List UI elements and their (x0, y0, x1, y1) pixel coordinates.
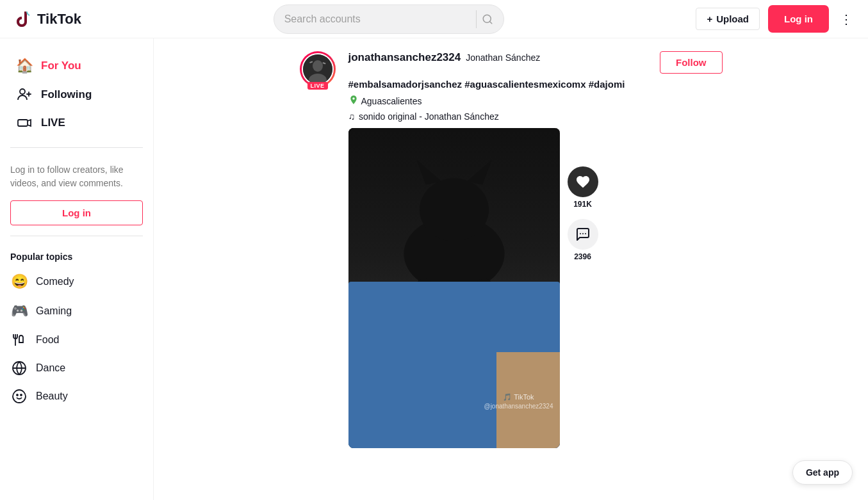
svg-point-14 (419, 179, 488, 241)
topic-comedy[interactable]: 😄 Comedy (0, 267, 153, 296)
search-input[interactable] (284, 13, 471, 25)
svg-point-9 (313, 60, 323, 72)
dance-icon (10, 360, 28, 376)
post-display-name: Jonathan Sánchez (466, 52, 540, 63)
sidebar-divider-2 (10, 236, 143, 236)
post-description: #embalsamadorjsanchez #aguascalientesmex… (348, 77, 723, 91)
svg-line-2 (489, 21, 491, 23)
music-note-icon: ♫ (348, 111, 356, 122)
cat-svg (348, 128, 560, 304)
topic-food-label: Food (36, 334, 59, 346)
location-pin-icon (348, 95, 359, 105)
svg-marker-16 (466, 159, 491, 184)
svg-rect-4 (18, 120, 28, 126)
upload-button[interactable]: + Upload (696, 8, 760, 30)
plus-icon: + (707, 13, 712, 24)
sidebar-item-for-you-label: For You (41, 60, 81, 72)
tiktok-logo[interactable]: TikTok (13, 9, 81, 29)
hashtag-3[interactable]: #dajomi (589, 79, 625, 90)
comment-icon (575, 227, 591, 242)
more-options-button[interactable]: ⋮ (837, 9, 855, 29)
logo-text: TikTok (37, 11, 81, 28)
heart-icon (575, 174, 591, 190)
header: TikTok + Upload Log in ⋮ (0, 0, 868, 38)
like-icon-circle (568, 166, 598, 197)
avatar-image (303, 54, 332, 84)
live-badge: LIVE (307, 82, 327, 90)
post-avatar-area: LIVE (300, 51, 336, 448)
home-icon: 🏠 (15, 58, 33, 74)
get-app-button[interactable]: Get app (792, 460, 853, 481)
sidebar-item-following[interactable]: Following (5, 81, 148, 109)
search-bar (274, 4, 504, 34)
post-location-text: Aguascalientes (361, 96, 422, 106)
like-button[interactable]: 191K (568, 166, 598, 209)
svg-point-3 (20, 89, 25, 94)
topic-comedy-label: Comedy (36, 276, 74, 287)
login-button[interactable]: Log in (770, 7, 827, 31)
comedy-icon: 😄 (10, 273, 28, 290)
topic-beauty[interactable]: Beauty (0, 382, 153, 410)
avatar-wrapper[interactable]: LIVE (300, 51, 336, 87)
beauty-icon (10, 389, 28, 404)
post-content: jonathansanchez2324 Jonathan Sánchez Fol… (348, 51, 723, 448)
feed: LIVE jonathansanchez2324 Jonathan Sánche… (287, 51, 735, 469)
svg-marker-15 (416, 159, 441, 184)
topic-dance-label: Dance (36, 362, 65, 374)
comment-button[interactable]: 2396 (568, 219, 598, 261)
search-icon-button[interactable] (476, 10, 493, 28)
hashtag-2[interactable]: #aguascalientesmexicomx (464, 79, 585, 90)
tiktok-logo-icon (13, 9, 33, 29)
post-sound-text: sonido original - Jonathan Sánchez (359, 111, 499, 122)
following-icon (15, 87, 33, 102)
watermark-brand: 🎵 TikTok (503, 393, 534, 401)
svg-point-7 (20, 394, 22, 396)
topic-beauty-label: Beauty (36, 391, 68, 402)
sidebar-item-live[interactable]: LIVE (5, 109, 148, 137)
popular-topics-title: Popular topics (0, 246, 153, 267)
post-location: Aguascalientes (348, 95, 723, 108)
sidebar-nav: 🏠 For You Following LIVE (0, 51, 153, 137)
search-icon (482, 13, 493, 25)
gaming-icon: 🎮 (10, 303, 28, 319)
sidebar-divider-1 (10, 147, 143, 148)
comment-icon-circle (568, 219, 598, 250)
food-icon (10, 332, 28, 348)
likes-count: 191K (573, 200, 592, 209)
sidebar-login-button[interactable]: Log in (10, 200, 143, 225)
video-watermark: 🎵 TikTok @jonathansanchez2324 (484, 393, 553, 410)
header-left: TikTok (13, 9, 81, 29)
watermark-handle: @jonathansanchez2324 (484, 403, 553, 410)
topic-gaming-label: Gaming (36, 305, 72, 317)
svg-point-6 (17, 394, 18, 396)
post-header: jonathansanchez2324 Jonathan Sánchez Fol… (348, 51, 723, 74)
topic-gaming[interactable]: 🎮 Gaming (0, 296, 153, 326)
follow-button[interactable]: Follow (660, 51, 723, 74)
main-content: LIVE jonathansanchez2324 Jonathan Sánche… (154, 38, 868, 481)
live-icon (15, 115, 33, 131)
avatar (302, 53, 334, 85)
main-layout: 🏠 For You Following LIVE (0, 38, 868, 481)
topic-food[interactable]: Food (0, 326, 153, 354)
sidebar-item-live-label: LIVE (41, 117, 65, 129)
video-area: 🎵 TikTok @jonathansanchez2324 (348, 128, 723, 448)
sidebar-item-following-label: Following (41, 88, 92, 101)
upload-label: Upload (716, 13, 749, 24)
location-icon (348, 95, 359, 108)
video-bg: 🎵 TikTok @jonathansanchez2324 (348, 128, 560, 448)
video-thumbnail[interactable]: 🎵 TikTok @jonathansanchez2324 (348, 128, 560, 448)
post-username[interactable]: jonathansanchez2324 (348, 51, 461, 64)
action-buttons: 191K (568, 128, 598, 261)
sidebar-item-for-you[interactable]: 🏠 For You (5, 51, 148, 81)
svg-point-23 (585, 233, 586, 234)
hashtag-1[interactable]: #embalsamadorjsanchez (348, 79, 463, 90)
post: LIVE jonathansanchez2324 Jonathan Sánche… (300, 51, 723, 448)
comments-count: 2396 (574, 252, 591, 261)
sidebar-login-prompt: Log in to follow creators, like videos, … (0, 158, 153, 200)
cat-silhouette (348, 128, 560, 304)
sidebar: 🏠 For You Following LIVE (0, 38, 154, 481)
svg-point-21 (580, 233, 581, 234)
topic-dance[interactable]: Dance (0, 354, 153, 382)
header-right: + Upload Log in ⋮ (696, 7, 855, 31)
post-sound: ♫ sonido original - Jonathan Sánchez (348, 111, 723, 122)
